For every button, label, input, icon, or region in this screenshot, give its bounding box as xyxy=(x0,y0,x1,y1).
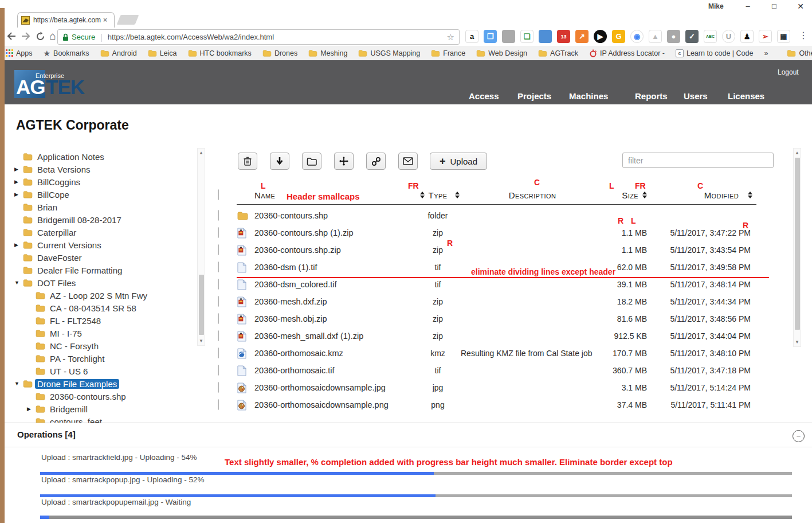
tree-item[interactable]: Caterpillar xyxy=(11,226,196,239)
chrome-profile-name[interactable]: Mike xyxy=(708,2,724,10)
column-header-description[interactable]: Description xyxy=(461,190,604,200)
row-checkbox[interactable] xyxy=(218,296,219,307)
address-bar[interactable]: Secure | https://beta.agtek.com/AccessWe… xyxy=(57,29,460,45)
row-checkbox[interactable] xyxy=(218,330,219,341)
bookmark-item[interactable]: HTC bookmarks xyxy=(188,49,252,57)
row-checkbox[interactable] xyxy=(218,399,219,410)
row-checkbox[interactable] xyxy=(218,262,219,272)
calendar-badge-icon[interactable]: 13 xyxy=(557,30,570,43)
select-all-checkbox[interactable] xyxy=(218,189,219,200)
new-folder-button[interactable] xyxy=(302,153,321,170)
scroll-up-icon[interactable]: ▲ xyxy=(198,150,205,155)
bookmark-item[interactable]: AGTrack xyxy=(538,49,578,57)
file-name[interactable]: 20360-mesh.obj.zip xyxy=(254,314,415,323)
back-icon[interactable] xyxy=(5,29,18,44)
tree-item[interactable]: Brian xyxy=(11,201,196,213)
caret-down-icon[interactable]: ▼ xyxy=(14,280,23,286)
column-header-name[interactable]: Name xyxy=(254,190,415,200)
file-name[interactable]: 20360-orthomosaic.tif xyxy=(254,366,415,375)
compass-icon[interactable]: ◉ xyxy=(630,30,644,43)
logout-link[interactable]: Logout xyxy=(778,68,799,76)
tree-item[interactable]: ▶Beta Versions xyxy=(11,163,196,175)
link-button[interactable] xyxy=(366,153,386,170)
browser-tab[interactable]: https://beta.agtek.com/A × xyxy=(17,12,115,28)
file-name[interactable]: 20360-mesh.dxf.zip xyxy=(254,297,415,306)
nav-item-access[interactable]: Access xyxy=(469,91,499,101)
file-name[interactable]: 20360-dsm_colored.tif xyxy=(254,280,415,289)
tree-item[interactable]: ▼DOT Files xyxy=(11,276,196,289)
tree-item[interactable]: AZ - Loop 202 S Mtn Fwy xyxy=(11,289,196,302)
maximize-button[interactable]: □ xyxy=(764,0,784,13)
tree-item[interactable]: Bridgemill 08-28-2017 xyxy=(11,213,196,226)
tab-close-icon[interactable]: × xyxy=(103,16,107,24)
bookmark-item[interactable]: Android xyxy=(100,49,137,57)
u-circle-icon[interactable]: U xyxy=(722,30,735,43)
bookmark-item[interactable]: Other bookmarks xyxy=(787,49,812,57)
upload-button[interactable]: + Upload xyxy=(430,153,487,170)
filter-input[interactable] xyxy=(622,153,774,168)
close-window-button[interactable]: ✕ xyxy=(791,0,810,13)
bookmark-star-icon[interactable]: ☆ xyxy=(447,32,454,42)
column-header-modified[interactable]: Modified xyxy=(650,190,755,200)
bookmark-item[interactable]: USGS Mapping xyxy=(358,49,420,57)
tree-item[interactable]: ▼Drone File Examples xyxy=(11,377,196,390)
tree-item[interactable]: NC - Forsyth xyxy=(11,339,196,352)
tree-item[interactable]: CA - 08-043514 SR 58 xyxy=(11,302,196,314)
column-header-type[interactable]: Type xyxy=(415,190,461,200)
sort-icon[interactable] xyxy=(642,192,647,198)
caret-right-icon[interactable]: ▶ xyxy=(14,192,23,197)
url-text[interactable]: https://beta.agtek.com/AccessWeb/wa2/ind… xyxy=(108,33,274,41)
file-name[interactable]: 20360-orthomosaicdownsample.png xyxy=(254,400,415,409)
g-gold-icon[interactable]: G xyxy=(612,30,625,43)
bookmark-item[interactable]: cLearn to code | Code xyxy=(676,49,754,57)
filmstrip-icon[interactable]: ▦ xyxy=(777,30,790,43)
sort-icon[interactable] xyxy=(455,192,460,198)
file-name[interactable]: 20360-contours.shp xyxy=(254,211,415,220)
forward-icon[interactable] xyxy=(19,29,33,44)
caret-right-icon[interactable]: ▶ xyxy=(14,179,23,185)
blob-gray-icon[interactable]: ● xyxy=(667,30,680,43)
caret-right-icon[interactable]: ▶ xyxy=(27,406,36,412)
bookmark-item[interactable]: Leica xyxy=(148,49,177,57)
tree-item[interactable]: contours_feet xyxy=(11,415,196,423)
file-name[interactable]: 20360-contours.shp (1).zip xyxy=(254,228,415,237)
amazon-icon[interactable]: a xyxy=(465,30,478,43)
bookmark-item[interactable]: Meshing xyxy=(308,49,347,57)
bird-red-icon[interactable]: ➢ xyxy=(759,30,772,43)
person-icon[interactable]: ♟ xyxy=(740,30,754,43)
tree-item[interactable]: FL - FLT2548 xyxy=(11,314,196,327)
tree-item[interactable]: MI - I-75 xyxy=(11,327,196,339)
row-checkbox[interactable] xyxy=(218,382,219,393)
tree-item[interactable]: ▶Bridgemill xyxy=(11,403,196,415)
tree-item[interactable]: Application Notes xyxy=(11,150,196,163)
download-button[interactable] xyxy=(270,153,289,170)
nav-item-reports[interactable]: Reports xyxy=(635,91,668,101)
files-scrollbar[interactable]: ▲ ▼ xyxy=(793,148,801,347)
abc-spellcheck-icon[interactable]: ABC xyxy=(704,30,717,43)
scrollbar-thumb[interactable] xyxy=(795,158,800,330)
window-snap-icon[interactable]: ❐ xyxy=(484,30,497,43)
row-checkbox[interactable] xyxy=(218,348,219,358)
sort-icon[interactable] xyxy=(748,192,752,198)
file-name[interactable]: 20360-contours.shp.zip xyxy=(254,245,415,255)
scroll-down-icon[interactable]: ▼ xyxy=(198,338,205,344)
play-icon[interactable]: ▶ xyxy=(594,30,607,43)
delete-button[interactable] xyxy=(238,153,257,170)
collapse-operations-button[interactable]: − xyxy=(793,430,805,442)
bookmark-item[interactable]: Web Design xyxy=(476,49,527,57)
caret-down-icon[interactable]: ▼ xyxy=(14,381,23,387)
caret-right-icon[interactable]: ▶ xyxy=(14,242,23,248)
screen-capture-icon[interactable]: ❏ xyxy=(520,30,534,43)
trash-extension-icon[interactable] xyxy=(502,30,515,43)
new-tab-button[interactable] xyxy=(117,15,139,25)
row-checkbox[interactable] xyxy=(218,244,219,255)
tree-item[interactable]: ▶BillCope xyxy=(11,188,196,201)
tree-item[interactable]: Dealer File Formatting xyxy=(11,264,196,276)
bookmark-item[interactable]: ★Bookmarks xyxy=(44,49,89,58)
row-checkbox[interactable] xyxy=(218,365,219,376)
caret-right-icon[interactable]: ▶ xyxy=(14,166,23,172)
tree-item[interactable]: UT - US 6 xyxy=(11,365,196,377)
email-button[interactable] xyxy=(398,153,418,170)
nav-item-users[interactable]: Users xyxy=(684,91,708,101)
tree-item[interactable]: 20360-contours.shp xyxy=(11,390,196,403)
